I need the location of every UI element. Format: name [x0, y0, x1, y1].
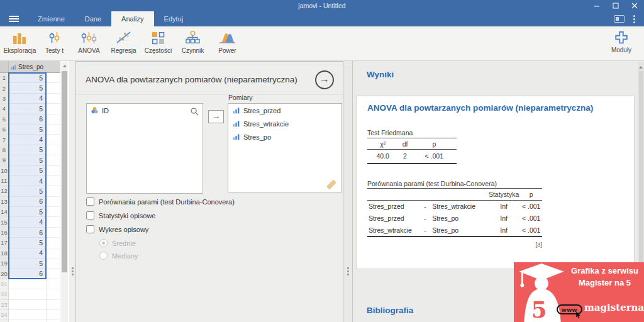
checkbox[interactable] [86, 211, 94, 219]
empty-cell[interactable] [47, 114, 60, 125]
data-cell[interactable]: 5 [9, 73, 47, 83]
panel-toggle-icon[interactable] [614, 15, 625, 23]
data-cell[interactable]: 4 [9, 248, 47, 258]
checkbox[interactable] [86, 197, 94, 206]
option-descriptive-plot[interactable]: Wykres opisowy [86, 225, 148, 233]
row-number-cell[interactable]: 22 [0, 289, 9, 299]
measures-box[interactable]: Stres_przed Stres_wtrakcie Stres_po [228, 103, 342, 192]
row-number-cell[interactable]: 3 [0, 94, 9, 104]
row-number-cell[interactable]: 2 [0, 83, 9, 93]
menu-tab[interactable]: Zmienne [28, 11, 75, 26]
modules-button[interactable]: Moduły [604, 30, 639, 53]
data-cell[interactable]: 4 [9, 94, 47, 104]
checkbox[interactable] [86, 225, 94, 233]
ribbon-button[interactable]: Power [210, 30, 245, 54]
row-number-cell[interactable]: 18 [0, 248, 9, 258]
data-cell[interactable]: 4 [9, 135, 47, 145]
measure-item[interactable]: Stres_wtrakcie [228, 117, 341, 130]
row-number-cell[interactable]: 24 [0, 310, 9, 320]
menu-tab[interactable]: Edytuj [154, 11, 194, 26]
minimize-button[interactable] [587, 0, 606, 11]
scroll-up-arrow-icon[interactable] [63, 65, 67, 67]
empty-cell[interactable] [47, 155, 60, 165]
move-variable-button[interactable] [208, 110, 224, 123]
data-cell[interactable]: 6 [9, 269, 47, 279]
data-cell[interactable]: 5 [9, 166, 47, 176]
row-number-cell[interactable]: 14 [0, 207, 9, 217]
search-icon[interactable] [190, 107, 199, 116]
empty-cell[interactable] [47, 145, 60, 155]
empty-cell[interactable] [47, 125, 60, 135]
maximize-button[interactable] [606, 0, 625, 11]
empty-cell[interactable] [47, 289, 60, 299]
column-header-stres-po[interactable]: Stres_po [9, 61, 60, 72]
measure-item[interactable]: Stres_przed [228, 104, 341, 117]
row-number-cell[interactable]: 1 [0, 73, 9, 83]
data-cell[interactable]: 5 [9, 238, 47, 248]
hamburger-menu-button[interactable] [0, 11, 28, 26]
empty-cell[interactable] [47, 310, 60, 320]
data-cell[interactable]: 4 [9, 176, 47, 186]
ribbon-button[interactable]: Regresja [106, 30, 141, 54]
data-cell[interactable] [9, 310, 47, 320]
empty-cell[interactable] [47, 94, 60, 104]
spreadsheet-scrollbar[interactable] [61, 62, 68, 322]
row-number-cell[interactable]: 7 [0, 135, 9, 145]
row-number-cell[interactable]: 15 [0, 217, 9, 227]
data-cell[interactable]: 6 [9, 228, 47, 238]
empty-cell[interactable] [47, 217, 60, 227]
row-number-cell[interactable]: 16 [0, 228, 9, 238]
row-number-cell[interactable]: 23 [0, 300, 9, 310]
empty-cell[interactable] [47, 176, 60, 186]
data-cell[interactable] [9, 289, 47, 299]
data-cell[interactable]: 6 [9, 114, 47, 125]
empty-cell[interactable] [47, 73, 60, 83]
empty-cell[interactable] [47, 238, 60, 248]
row-number-cell[interactable]: 6 [0, 125, 9, 135]
row-number-cell[interactable]: 5 [0, 114, 9, 125]
variable-item[interactable]: ID [87, 104, 203, 117]
data-cell[interactable]: 5 [9, 207, 47, 217]
row-number-cell[interactable]: 10 [0, 166, 9, 176]
empty-cell[interactable] [47, 207, 60, 217]
empty-cell[interactable] [47, 269, 60, 279]
kebab-menu-icon[interactable] [633, 18, 635, 20]
empty-cell[interactable] [47, 197, 60, 207]
data-cell[interactable]: 5 [9, 145, 47, 155]
empty-cell[interactable] [47, 300, 60, 310]
row-number-cell[interactable]: 4 [0, 104, 9, 114]
ribbon-button[interactable]: Czynnik [175, 30, 210, 54]
row-number-cell[interactable]: 17 [0, 238, 9, 248]
ribbon-button[interactable]: Eksploracja [3, 30, 37, 54]
data-cell[interactable]: 4 [9, 217, 47, 227]
empty-cell[interactable] [47, 258, 60, 269]
empty-cell[interactable] [47, 248, 60, 258]
row-number-cell[interactable]: 21 [0, 279, 9, 289]
selected-analysis-card[interactable]: ANOVA dla powtarzanych pomiarów (niepara… [356, 96, 635, 269]
left-splitter[interactable] [69, 61, 75, 322]
empty-cell[interactable] [47, 135, 60, 145]
data-cell[interactable] [9, 279, 47, 289]
ribbon-button[interactable]: Testy t [37, 30, 72, 54]
empty-cell[interactable] [47, 104, 60, 114]
empty-cell[interactable] [47, 186, 60, 196]
empty-cell[interactable] [47, 228, 60, 238]
empty-cell[interactable] [47, 166, 60, 176]
ribbon-button[interactable]: Częstości [141, 30, 175, 54]
data-cell[interactable]: 5 [9, 104, 47, 114]
option-descriptive-stats[interactable]: Statystyki opisowe [86, 211, 155, 219]
close-button[interactable] [625, 0, 644, 11]
data-cell[interactable]: 5 [9, 125, 47, 135]
data-cell[interactable]: 5 [9, 83, 47, 93]
empty-cell[interactable] [47, 279, 60, 289]
collapse-analysis-button[interactable] [315, 70, 334, 89]
data-cell[interactable]: 6 [9, 197, 47, 207]
row-number-cell[interactable]: 11 [0, 176, 9, 186]
scrollbar-thumb[interactable] [62, 71, 67, 272]
spreadsheet-corner-cell[interactable] [0, 61, 9, 72]
row-number-cell[interactable]: 20 [0, 269, 9, 279]
row-number-cell[interactable]: 13 [0, 197, 9, 207]
menu-tab[interactable]: Dane [75, 11, 111, 26]
row-number-cell[interactable]: 9 [0, 155, 9, 165]
row-number-cell[interactable]: 8 [0, 145, 9, 155]
